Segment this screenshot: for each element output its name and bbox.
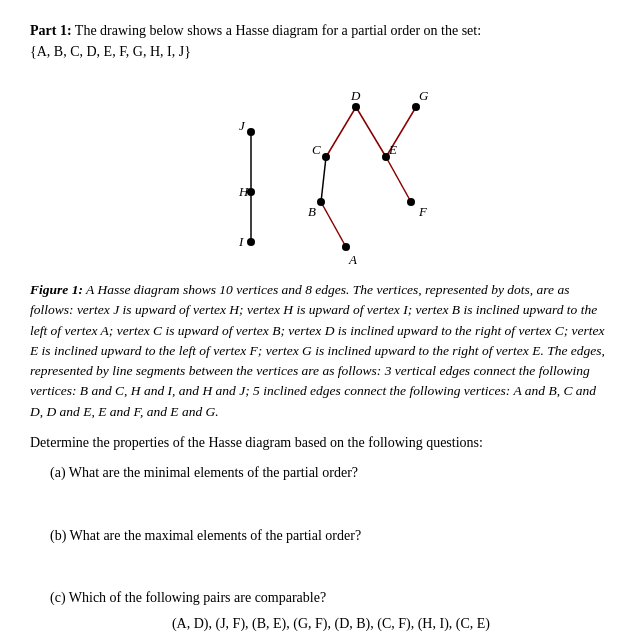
- figure-caption-text: A Hasse diagram shows 10 vertices and 8 …: [30, 282, 605, 419]
- svg-point-12: [317, 198, 325, 206]
- part-description: The drawing below shows a Hasse diagram …: [75, 23, 481, 38]
- question-a-text: What are the minimal elements of the par…: [69, 465, 358, 480]
- part-label: Part 1:: [30, 23, 72, 38]
- svg-line-2: [321, 157, 326, 202]
- diagram-container: J H I A B C D E F G: [30, 72, 612, 272]
- question-c: (c) Which of the following pairs are com…: [50, 587, 612, 637]
- part-set: {A, B, C, D, E, F, G, H, I, J}: [30, 44, 191, 59]
- svg-line-6: [386, 157, 411, 202]
- svg-point-10: [247, 128, 255, 136]
- part-header: Part 1: The drawing below shows a Hasse …: [30, 20, 612, 62]
- determine-text: Determine the properties of the Hasse di…: [30, 432, 612, 454]
- svg-point-13: [322, 153, 330, 161]
- figure-label: Figure 1:: [30, 282, 83, 297]
- svg-line-3: [321, 202, 346, 247]
- question-b: (b) What are the maximal elements of the…: [50, 525, 612, 547]
- vertex-G: G: [419, 88, 429, 103]
- question-a: (a) What are the minimal elements of the…: [50, 462, 612, 484]
- vertex-C: C: [312, 142, 321, 157]
- vertex-H: H: [238, 184, 249, 199]
- figure-caption: Figure 1: A Hasse diagram shows 10 verti…: [30, 280, 612, 422]
- svg-point-11: [342, 243, 350, 251]
- vertex-D: D: [350, 88, 361, 103]
- question-c-label: (c): [50, 590, 66, 605]
- hasse-diagram: J H I A B C D E F G: [171, 72, 471, 272]
- svg-line-4: [326, 107, 356, 157]
- vertex-A: A: [348, 252, 357, 267]
- question-a-label: (a): [50, 465, 66, 480]
- vertex-E: E: [388, 142, 397, 157]
- vertex-J: J: [239, 118, 246, 133]
- vertex-I: I: [238, 234, 244, 249]
- svg-line-5: [356, 107, 386, 157]
- question-c-text: Which of the following pairs are compara…: [69, 590, 326, 605]
- vertex-B: B: [308, 204, 316, 219]
- svg-point-17: [412, 103, 420, 111]
- svg-point-14: [352, 103, 360, 111]
- svg-point-8: [247, 238, 255, 246]
- pairs-line: (A, D), (J, F), (B, E), (G, F), (D, B), …: [50, 611, 612, 636]
- vertex-F: F: [418, 204, 428, 219]
- question-b-label: (b): [50, 528, 66, 543]
- question-b-text: What are the maximal elements of the par…: [70, 528, 362, 543]
- svg-point-16: [407, 198, 415, 206]
